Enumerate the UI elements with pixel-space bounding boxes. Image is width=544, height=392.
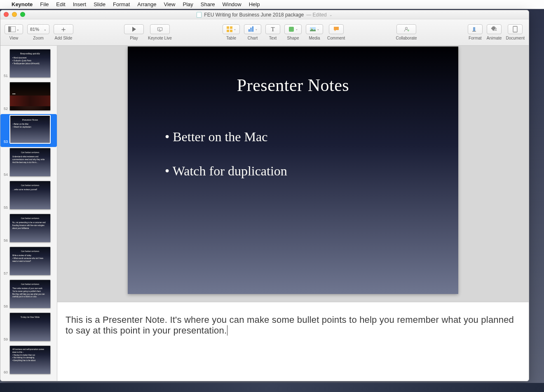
text-label: Text (269, 36, 277, 40)
svg-rect-5 (230, 26, 232, 29)
app-menu[interactable]: Keynote (12, 1, 33, 7)
menu-file[interactable]: File (40, 1, 49, 7)
view-label: View (9, 36, 19, 40)
play-button[interactable] (124, 24, 144, 34)
slide-thumbnail[interactable]: 54Get better reviewsUnderstand what revi… (0, 147, 57, 180)
menu-help[interactable]: Help (249, 1, 260, 7)
menu-format[interactable]: Format (113, 1, 130, 7)
animate-button[interactable] (487, 24, 502, 34)
current-slide[interactable]: Presenter Notes Better on the Mac Watch … (128, 47, 458, 294)
media-button[interactable]: ⌄ (306, 24, 323, 34)
slide-thumbnail[interactable]: 51Responding quickly• Word document• Out… (0, 48, 57, 81)
document-icon (197, 12, 202, 18)
thumbnail-number: 56 (1, 238, 8, 243)
thumbnail-number: 54 (1, 173, 8, 177)
shape-button[interactable]: ⌄ (284, 24, 302, 34)
thumbnail-preview: Get better reviewsThen write reviews of … (9, 280, 51, 308)
format-button[interactable] (468, 24, 483, 34)
toolbar: ⌄ View 81%⌄ Zoom ＋ Add Slide (0, 19, 529, 46)
presenter-notes[interactable]: This is a Presenter Note. It's where you… (57, 302, 529, 381)
title-dropdown-icon[interactable]: ⌄ (329, 13, 333, 17)
slide-thumbnail[interactable]: 58Get better reviewsThen write reviews o… (0, 279, 57, 312)
thumbnail-number: 60 (1, 370, 8, 374)
svg-rect-1 (11, 26, 16, 32)
shape-label: Shape (287, 36, 299, 40)
thumbnail-number: 52 (1, 107, 8, 111)
menu-view[interactable]: View (164, 1, 176, 7)
menu-arrange[interactable]: Arrange (137, 1, 156, 7)
chart-label: Chart (248, 36, 258, 40)
slide-navigator[interactable]: 51Responding quickly• Word document• Out… (0, 46, 57, 381)
slide-thumbnail[interactable]: 56Get better reviewsNo, not pretending t… (0, 213, 57, 246)
slide-bullet[interactable]: Better on the Mac (165, 120, 421, 154)
window-titlebar[interactable]: FEU Writing for Business June 2018 packa… (0, 10, 529, 19)
thumbnail-preview: Get better reviewsUnderstand what review… (9, 148, 51, 177)
svg-rect-8 (249, 29, 250, 32)
mac-menu-bar: Keynote File Edit Insert Slide Format Ar… (0, 0, 544, 9)
slide-thumbnail[interactable]: 60All business and self-promotion comes … (0, 345, 57, 378)
slide-body[interactable]: Better on the Mac Watch for duplication (165, 120, 421, 188)
zoom-button[interactable]: 81%⌄ (27, 24, 49, 34)
chart-button[interactable]: ⌄ (244, 24, 261, 34)
table-button[interactable]: ⌄ (223, 24, 240, 34)
desktop-background (0, 383, 544, 392)
collaborate-button[interactable] (396, 24, 416, 34)
thumbnail-preview: Get better reviewsWrite a review of toda… (9, 247, 51, 275)
add-slide-button[interactable]: ＋ (54, 24, 73, 34)
play-label: Play (130, 36, 138, 40)
add-slide-label: Add Slide (55, 36, 73, 40)
menu-share[interactable]: Share (201, 1, 215, 7)
menu-edit[interactable]: Edit (56, 1, 65, 7)
svg-rect-11 (289, 27, 294, 32)
svg-rect-7 (230, 30, 232, 32)
thumbnail-preview: Today in One Slide (9, 313, 51, 341)
thumbnail-number: 53 (1, 140, 8, 144)
svg-rect-4 (227, 26, 229, 29)
text-button[interactable]: T (265, 24, 280, 34)
minimize-button[interactable] (12, 12, 17, 17)
slide-thumbnail[interactable]: 57Get better reviewsWrite a review of to… (0, 246, 57, 279)
animate-label: Animate (487, 36, 502, 40)
svg-rect-6 (227, 30, 229, 32)
svg-rect-17 (513, 26, 517, 32)
svg-rect-2 (157, 28, 162, 30)
document-button[interactable] (508, 24, 523, 34)
presenter-notes-text[interactable]: This is a Presenter Note. It's where you… (66, 315, 514, 336)
keynote-live-button[interactable] (150, 24, 170, 34)
svg-rect-3 (159, 31, 161, 31)
slide-thumbnail[interactable]: 53Presenter Notes• Better on the Mac• Wa… (0, 114, 57, 147)
slide-title[interactable]: Presenter Notes (165, 75, 421, 95)
menu-slide[interactable]: Slide (94, 1, 106, 7)
fullscreen-button[interactable] (20, 12, 25, 17)
thumbnail-number: 57 (1, 271, 8, 275)
svg-rect-16 (491, 26, 495, 30)
traffic-lights (4, 12, 25, 17)
svg-rect-10 (252, 26, 253, 32)
slide-thumbnail[interactable]: 52••• (0, 81, 57, 114)
keynote-live-label: Keynote Live (148, 36, 172, 40)
slide-thumbnail[interactable]: 59Today in One Slide (0, 312, 57, 345)
thumbnail-preview: Get better reviews…write some reviews yo… (9, 181, 51, 210)
view-button[interactable]: ⌄ (5, 24, 23, 34)
keynote-window: FEU Writing for Business June 2018 packa… (0, 10, 529, 381)
slide-thumbnail[interactable]: 55Get better reviews…write some reviews … (0, 180, 57, 213)
svg-rect-0 (8, 26, 10, 32)
thumbnail-preview: Get better reviewsNo, not pretending to … (9, 214, 51, 243)
zoom-label: Zoom (33, 36, 44, 40)
menu-play[interactable]: Play (183, 1, 193, 7)
thumbnail-preview: Presenter Notes• Better on the Mac• Watc… (9, 115, 51, 144)
thumbnail-preview: Responding quickly• Word document• Outlo… (9, 49, 51, 78)
menu-window[interactable]: Window (222, 1, 241, 7)
thumbnail-number: 58 (1, 304, 8, 308)
comment-button[interactable] (329, 24, 344, 34)
slide-canvas[interactable]: Presenter Notes Better on the Mac Watch … (57, 46, 529, 302)
close-button[interactable] (4, 12, 9, 17)
thumbnail-number: 59 (1, 337, 8, 341)
window-title: FEU Writing for Business June 2018 packa… (204, 12, 304, 18)
thumbnail-number: 51 (1, 74, 8, 78)
slide-bullet[interactable]: Watch for duplication (165, 154, 421, 188)
edited-status: — Edited (306, 12, 326, 18)
thumbnail-preview: ••• (9, 82, 51, 111)
menu-insert[interactable]: Insert (73, 1, 87, 7)
document-label: Document (506, 36, 525, 40)
